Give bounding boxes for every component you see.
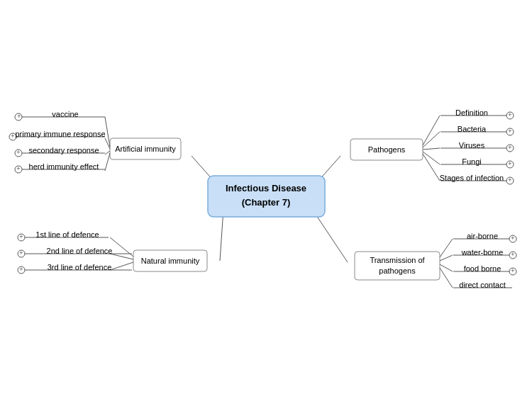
svg-line-43 [440,268,453,288]
fungi-label: Fungi [462,157,482,166]
vaccine-label: vaccine [52,110,78,118]
third-line-label: 3rd line of defence [48,263,112,271]
svg-text:+: + [16,165,20,172]
svg-text:+: + [508,111,511,118]
artificial-immunity-label: Artificial immunity [115,145,176,153]
bacteria-label: Bacteria [458,125,487,133]
svg-line-27 [423,148,440,150]
direct-contact-label: direct contact [459,281,505,289]
foodborne-label: food borne [464,264,501,273]
svg-text:+: + [11,133,14,140]
svg-text:+: + [508,160,511,167]
primary-immune-label: primary immune response [15,130,105,138]
svg-text:+: + [19,249,23,257]
secondary-response-label: secondary response [28,146,99,154]
first-line-label: 1st line of defence [35,230,99,239]
svg-line-26 [423,132,440,147]
transmission-label-1: Transmission of [370,256,425,264]
center-node-box [208,176,325,217]
svg-line-18 [110,262,133,270]
waterborne-label: water-borne [461,248,504,257]
svg-line-25 [423,116,440,145]
airborne-label: air-borne [467,232,498,240]
svg-line-4 [105,117,110,147]
transmission-label-2: pathogens [379,266,416,275]
svg-text:+: + [511,251,514,258]
center-label-1: Infectious Disease [226,183,306,193]
svg-line-7 [105,153,110,171]
pathogens-label: Pathogens [368,145,406,154]
stages-label: Stages of infection [440,174,504,182]
svg-text:+: + [508,176,511,184]
svg-text:+: + [511,267,514,274]
svg-text:+: + [19,266,23,273]
second-line-label: 2nd line of defence [47,247,113,255]
center-label-2: (Chapter 7) [242,197,291,208]
natural-immunity-label: Natural immunity [141,257,200,265]
viruses-label: Viruses [459,141,485,150]
svg-text:+: + [17,113,21,120]
svg-text:+: + [508,128,511,135]
svg-line-6 [105,151,110,154]
herd-immunity-label: herd immunity effect [29,162,99,171]
svg-line-41 [440,255,453,261]
definition-label: Definition [455,108,488,117]
svg-text:+: + [16,149,20,156]
svg-text:+: + [19,233,23,240]
svg-text:+: + [511,235,514,242]
svg-text:+: + [508,144,511,151]
svg-line-40 [440,239,453,257]
mindmap: Artificial immunity + vaccine + primary … [0,0,532,399]
svg-line-17 [110,254,133,259]
